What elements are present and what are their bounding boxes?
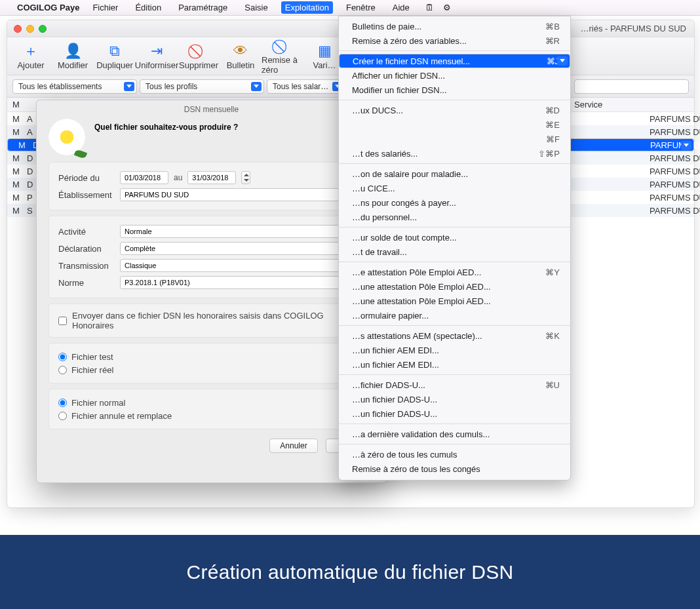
toolbar-label: Dupliquer xyxy=(96,60,133,70)
filter-profils[interactable]: Tous les profils xyxy=(140,79,264,94)
os-menubar: COGILOG Paye Fichier Édition Paramétrage… xyxy=(0,0,700,16)
menu-item[interactable]: ⌘F xyxy=(339,132,570,146)
toolbar-supprimer[interactable]: ⃠Supprimer xyxy=(178,39,220,74)
menu-item[interactable]: …ux DUCS...⌘D xyxy=(339,103,570,117)
toolbar-ajouter[interactable]: ＋Ajouter xyxy=(10,39,52,74)
menu-item[interactable]: Remise à zéro des variables...⌘R xyxy=(339,33,570,48)
ajouter-icon: ＋ xyxy=(24,42,38,60)
menu-item[interactable]: …u CICE... xyxy=(339,181,570,195)
checkbox-honoraires[interactable]: Envoyer dans ce fichier DSN les honorair… xyxy=(58,311,364,330)
toolbar-label: Bulletin xyxy=(227,60,255,70)
menu-saisie[interactable]: Saisie xyxy=(241,1,271,14)
modifier-icon: 👤 xyxy=(64,42,82,60)
label-norme: Norme xyxy=(58,278,115,288)
radio-fichier-annule[interactable]: Fichier annule et remplace xyxy=(58,409,364,422)
menu-item[interactable]: …à zéro de tous les cumuls xyxy=(339,447,570,462)
window-close[interactable] xyxy=(14,25,22,33)
toolbar-modifier[interactable]: 👤Modifier xyxy=(52,39,94,74)
select-transmission[interactable]: Classique xyxy=(120,259,364,272)
menu-item[interactable]: Remise à zéro de tous les congés xyxy=(339,462,570,476)
menu-exploitation-dropdown[interactable]: Bulletins de paie...⌘BRemise à zéro des … xyxy=(338,16,571,481)
menu-item[interactable]: Afficher un fichier DSN... xyxy=(339,68,570,83)
toolbar-remise à zéro[interactable]: ⃠Remise à zéro xyxy=(262,39,303,74)
menu-item[interactable]: …ur solde de tout compte... xyxy=(339,230,570,245)
menu-item[interactable]: …un fichier AEM EDI... xyxy=(339,357,570,372)
menu-item[interactable]: Créer le fichier DSN mensuel...⌘J xyxy=(339,54,570,68)
toolbar-bulletin[interactable]: 👁Bulletin xyxy=(220,39,262,74)
menu-item[interactable]: …on de salaire pour maladie... xyxy=(339,167,570,181)
window-minimize[interactable] xyxy=(26,25,34,33)
col-header-m[interactable]: M xyxy=(7,100,27,109)
menu-item[interactable]: Bulletins de paie...⌘B xyxy=(339,19,570,33)
dialog-title: DSN mensuelle xyxy=(37,100,386,119)
filter-etablissement[interactable]: Tous les établissements xyxy=(12,79,137,94)
menu-item[interactable]: …un fichier AEM EDI... xyxy=(339,343,570,357)
toolbar-label: Remise à zéro xyxy=(262,55,303,75)
menu-aide[interactable]: Aide xyxy=(389,1,414,14)
date-from[interactable]: 01/03/2018 xyxy=(120,171,168,184)
select-activite[interactable]: Normale xyxy=(120,225,364,238)
label-etablissement: Établissement xyxy=(58,190,115,200)
select-etablissement[interactable]: PARFUMS DU SUD xyxy=(120,188,364,201)
label-au: au xyxy=(174,173,182,182)
radio-fichier-reel[interactable]: Fichier réel xyxy=(58,363,364,376)
menu-fichier[interactable]: Fichier xyxy=(88,1,122,14)
dsn-dialog: DSN mensuelle Quel fichier souhaitez-vou… xyxy=(36,100,387,483)
cancel-button[interactable]: Annuler xyxy=(269,439,318,453)
calendar-icon[interactable]: 🗓 xyxy=(425,3,434,12)
radio-fichier-normal[interactable]: Fichier normal xyxy=(58,396,364,409)
filter-salaries[interactable]: Tous les salar… xyxy=(267,79,345,94)
select-norme[interactable]: P3.2018.1 (P18V01) xyxy=(120,276,364,289)
toolbar-label: Uniformiser xyxy=(135,60,178,70)
bulletin-icon: 👁 xyxy=(233,42,248,60)
menu-exploitation[interactable]: Exploitation xyxy=(281,1,333,14)
slide-caption: Création automatique du fichier DSN xyxy=(0,535,700,609)
menu-item[interactable]: …t des salariés...⇧⌘P xyxy=(339,146,570,161)
menu-item[interactable]: …s attestations AEM (spectacle)...⌘K xyxy=(339,328,570,343)
dialog-question: Quel fichier souhaitez-vous produire ? xyxy=(94,119,238,132)
menu-fenetre[interactable]: Fenêtre xyxy=(342,1,379,14)
dupliquer-icon: ⧉ xyxy=(109,42,120,60)
toolbar-label: Supprimer xyxy=(179,60,218,70)
menu-item[interactable]: …e attestation Pôle Emploi AED...⌘Y xyxy=(339,265,570,279)
menu-item[interactable]: Modifier un fichier DSN... xyxy=(339,83,570,97)
select-declaration[interactable]: Complète xyxy=(120,242,364,255)
menu-item[interactable]: …ormulaire papier... xyxy=(339,308,570,323)
app-name[interactable]: COGILOG Paye xyxy=(17,3,79,12)
menu-item[interactable]: …une attestation Pôle Emploi AED... xyxy=(339,279,570,294)
menu-item[interactable]: …fichier DADS-U...⌘U xyxy=(339,378,570,392)
toolbar-uniformiser[interactable]: ⇥Uniformiser xyxy=(136,39,178,74)
toolbar-label: Ajouter xyxy=(17,60,44,70)
flower-icon xyxy=(49,119,85,155)
toolbar-search[interactable] xyxy=(574,79,689,94)
vari…-icon: ▦ xyxy=(318,42,332,60)
label-activite: Activité xyxy=(58,227,115,237)
window-zoom[interactable] xyxy=(39,25,47,33)
uniformiser-icon: ⇥ xyxy=(151,42,163,60)
menu-item[interactable]: …un fichier DADS-U... xyxy=(339,392,570,406)
date-to[interactable]: 31/03/2018 xyxy=(187,171,236,184)
menu-item[interactable]: …une attestation Pôle Emploi AED... xyxy=(339,294,570,308)
label-declaration: Déclaration xyxy=(58,244,115,254)
label-periode: Période du xyxy=(58,173,115,183)
menu-edition[interactable]: Édition xyxy=(131,1,165,14)
label-transmission: Transmission xyxy=(58,261,115,271)
menu-item[interactable]: …du personnel... xyxy=(339,210,570,224)
col-header-service[interactable]: Service xyxy=(574,100,602,109)
menu-parametrage[interactable]: Paramétrage xyxy=(174,1,231,14)
menu-item[interactable]: …un fichier DADS-U... xyxy=(339,406,570,421)
menu-item[interactable]: …ns pour congés à payer... xyxy=(339,195,570,210)
menu-item[interactable]: ⌘E xyxy=(339,117,570,132)
date-stepper[interactable] xyxy=(241,171,250,184)
toolbar-label: Vari… xyxy=(313,60,336,70)
gear-icon[interactable]: ⚙︎ xyxy=(443,3,451,12)
radio-fichier-test[interactable]: Fichier test xyxy=(58,350,364,363)
toolbar-dupliquer[interactable]: ⧉Dupliquer xyxy=(94,39,136,74)
toolbar-label: Modifier xyxy=(58,60,88,70)
menu-item[interactable]: …a dernière validation des cumuls... xyxy=(339,427,570,441)
menu-item[interactable]: …t de travail... xyxy=(339,245,570,259)
